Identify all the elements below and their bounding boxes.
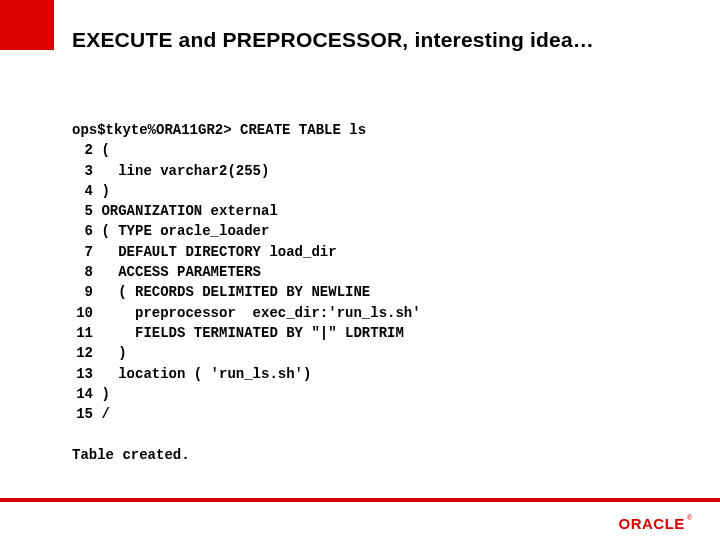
code-line: 10 preprocessor exec_dir:'run_ls.sh' (72, 303, 680, 323)
code-text: ( RECORDS DELIMITED BY NEWLINE (101, 284, 370, 300)
code-line: 14) (72, 384, 680, 404)
accent-block (0, 0, 54, 50)
line-number: 7 (72, 242, 93, 262)
code-text: ACCESS PARAMETERS (101, 264, 261, 280)
line-number: 11 (72, 323, 93, 343)
code-line: 5ORGANIZATION external (72, 201, 680, 221)
line-number: 2 (72, 140, 93, 160)
code-line: 2( (72, 140, 680, 160)
code-text: / (101, 406, 109, 422)
line-number: 14 (72, 384, 93, 404)
oracle-logo: ORACLE® (616, 515, 692, 532)
code-text: ORGANIZATION external (101, 203, 277, 219)
code-text: ) (101, 386, 109, 402)
line-number: 15 (72, 404, 93, 424)
code-prompt-line: ops$tkyte%ORA11GR2> CREATE TABLE ls (72, 120, 680, 140)
code-result: Table created. (72, 445, 680, 465)
line-number: 3 (72, 161, 93, 181)
code-text: preprocessor exec_dir:'run_ls.sh' (101, 305, 420, 321)
slide: EXECUTE and PREPROCESSOR, interesting id… (0, 0, 720, 540)
logo-registered: ® (687, 514, 692, 521)
code-text: ) (101, 345, 126, 361)
code-text: ( TYPE oracle_loader (101, 223, 269, 239)
code-line: 8 ACCESS PARAMETERS (72, 262, 680, 282)
line-number: 13 (72, 364, 93, 384)
code-block: ops$tkyte%ORA11GR2> CREATE TABLE ls 2( 3… (72, 120, 680, 465)
code-text: line varchar2(255) (101, 163, 269, 179)
page-title: EXECUTE and PREPROCESSOR, interesting id… (72, 28, 594, 52)
line-number: 10 (72, 303, 93, 323)
code-line: 4) (72, 181, 680, 201)
line-number: 9 (72, 282, 93, 302)
code-text: FIELDS TERMINATED BY "|" LDRTRIM (101, 325, 403, 341)
code-line: 6( TYPE oracle_loader (72, 221, 680, 241)
code-line: 7 DEFAULT DIRECTORY load_dir (72, 242, 680, 262)
line-number: 12 (72, 343, 93, 363)
code-text: location ( 'run_ls.sh') (101, 366, 311, 382)
logo-text: ORACLE (618, 515, 684, 532)
code-text: ) (101, 183, 109, 199)
code-line: 12 ) (72, 343, 680, 363)
code-line: 11 FIELDS TERMINATED BY "|" LDRTRIM (72, 323, 680, 343)
code-line: 3 line varchar2(255) (72, 161, 680, 181)
line-number: 8 (72, 262, 93, 282)
code-line: 15/ (72, 404, 680, 424)
line-number: 4 (72, 181, 93, 201)
code-line: 13 location ( 'run_ls.sh') (72, 364, 680, 384)
blank-line (72, 424, 680, 444)
code-line: 9 ( RECORDS DELIMITED BY NEWLINE (72, 282, 680, 302)
code-text: ( (101, 142, 109, 158)
footer-accent-bar (0, 498, 720, 502)
line-number: 6 (72, 221, 93, 241)
line-number: 5 (72, 201, 93, 221)
code-text: DEFAULT DIRECTORY load_dir (101, 244, 336, 260)
